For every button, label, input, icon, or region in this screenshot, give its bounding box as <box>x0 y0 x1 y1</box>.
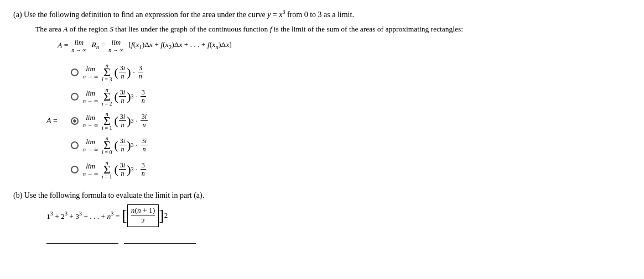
frac-5: 3i n <box>119 161 126 178</box>
frac-1: 3i n <box>119 64 126 81</box>
definition-text: The area A of the region S that lies und… <box>35 25 511 34</box>
lim-1: lim n → ∞ <box>83 65 98 80</box>
sigma-4: n Σ i = 0 <box>102 135 112 155</box>
paren-3: ( 3i n ) 3 <box>115 113 134 129</box>
math-expr-1: lim n → ∞ n Σ i = 3 ( 3i n <box>83 62 144 82</box>
part-a-title: (a) Use the following definition to find… <box>13 9 511 19</box>
sigma-5: n Σ i = 1 <box>102 160 112 180</box>
part-b-section: (b) Use the following formula to evaluat… <box>13 191 511 244</box>
part-a-section: (a) Use the following definition to find… <box>13 9 511 180</box>
radio-option-2[interactable] <box>71 93 79 101</box>
option-row-5: lim n → ∞ n Σ i = 1 ( 3i n <box>71 159 148 180</box>
lim-4: lim n → ∞ <box>83 138 98 152</box>
frac-2: 3i n <box>119 88 126 105</box>
option-row-1: lim n → ∞ n Σ i = 3 ( 3i n <box>71 62 148 83</box>
math-expr-3: lim n → ∞ n Σ i = 1 ( 3i n <box>83 111 148 131</box>
a-equals-label: A = <box>46 117 58 125</box>
sigma-1: n Σ i = 3 <box>102 62 112 82</box>
radio-option-4[interactable] <box>71 141 79 149</box>
frac-dot-2: 3 n <box>141 88 146 105</box>
math-expr-2: lim n → ∞ n Σ i = 2 ( 3i n <box>83 87 147 107</box>
answer-underline-2[interactable] <box>124 231 196 244</box>
part-b-title: (b) Use the following formula to evaluat… <box>13 191 511 200</box>
option-row-2: lim n → ∞ n Σ i = 2 ( 3i n <box>71 86 148 107</box>
bracket-numerator: n(n + 1) <box>131 206 155 215</box>
lim-rn-group: lim n → ∞ <box>71 38 86 53</box>
area-formula: A = lim n → ∞ Rn = lim n → ∞ [f(x1)Δx + … <box>58 38 511 53</box>
main-content: (a) Use the following definition to find… <box>13 9 511 244</box>
sum-formula-text: 13 + 23 + 33 + . . . + n3 = <box>46 210 120 221</box>
frac-dot-5: 3 n <box>141 161 146 178</box>
frac-dot-4: 3i n <box>141 137 148 154</box>
options-container: A = lim n → ∞ n Σ i = 3 <box>46 62 511 180</box>
bracket-frac: [ n(n + 1) 2 ] 2 <box>122 204 168 227</box>
lim-3: lim n → ∞ <box>83 113 98 128</box>
fx-formula: [f(x1)Δx + f(x2)Δx + . . . + f(xn)Δx] <box>128 40 231 50</box>
bracket-denominator: 2 <box>131 215 155 225</box>
radio-option-3[interactable] <box>71 117 79 125</box>
lim-fx-group: lim n → ∞ <box>108 38 123 53</box>
radio-option-5[interactable] <box>71 166 79 173</box>
sigma-2: n Σ i = 2 <box>102 87 112 107</box>
rn-label: Rn = <box>91 40 105 50</box>
math-expr-5: lim n → ∞ n Σ i = 1 ( 3i n <box>83 160 147 180</box>
option-row-4: lim n → ∞ n Σ i = 0 ( 3i n <box>71 135 148 156</box>
radio-option-1[interactable] <box>71 69 79 76</box>
frac-dot-1: 3 n <box>138 64 143 81</box>
bracket-inner: n(n + 1) 2 <box>127 204 159 227</box>
answer-line <box>46 231 511 244</box>
option-row-3: lim n → ∞ n Σ i = 1 ( 3i n <box>71 110 148 131</box>
paren-5: ( 3i n ) 3 <box>115 161 134 178</box>
paren-2: ( 3i n ) 3 <box>115 88 134 105</box>
options-list: lim n → ∞ n Σ i = 3 ( 3i n <box>71 62 148 180</box>
formula-line: 13 + 23 + 33 + . . . + n3 = [ n(n + 1) 2… <box>46 204 511 227</box>
frac-3: 3i n <box>119 113 126 129</box>
paren-1: ( 3i n ) <box>115 64 131 81</box>
answer-input-box[interactable] <box>46 231 118 244</box>
math-expr-4: lim n → ∞ n Σ i = 0 ( 3i n <box>83 135 148 155</box>
sigma-3: n Σ i = 1 <box>102 111 112 131</box>
frac-4: 3i n <box>119 137 126 154</box>
paren-4: ( 3i n ) 3 <box>115 137 134 154</box>
frac-dot-3: 3i n <box>141 113 148 129</box>
formula-a-equals: A = <box>58 41 68 50</box>
lim-5: lim n → ∞ <box>83 162 98 177</box>
lim-2: lim n → ∞ <box>83 89 98 104</box>
